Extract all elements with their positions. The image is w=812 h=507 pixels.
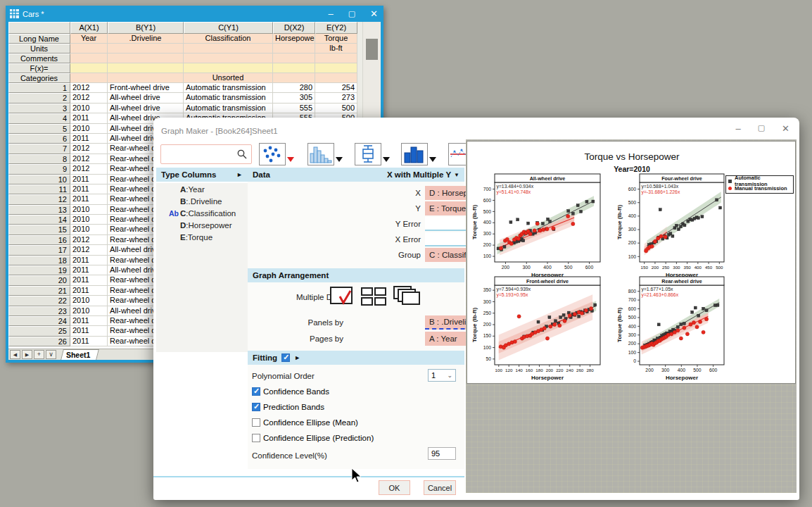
- fitting-expand-icon[interactable]: ►: [294, 354, 300, 361]
- row-number[interactable]: 21: [8, 286, 70, 296]
- cell-year[interactable]: 2010: [70, 225, 108, 234]
- polynomial-order-select[interactable]: 1 ⌄: [428, 369, 456, 382]
- checkbox-row[interactable]: Confidence Ellipse (Prediction): [252, 432, 374, 443]
- checkbox-unchecked[interactable]: [252, 434, 260, 442]
- cell-driveline[interactable]: Front-wheel drive: [108, 83, 184, 93]
- sheet-add-button[interactable]: +: [34, 350, 44, 359]
- column-header[interactable]: A(X1): [70, 22, 108, 34]
- header-cell[interactable]: [108, 63, 184, 73]
- sheet-nav-right-button[interactable]: ▶: [22, 350, 32, 359]
- scrollbar-thumb[interactable]: [366, 39, 378, 60]
- row-number[interactable]: 17: [8, 245, 70, 255]
- cell-torque[interactable]: 254: [315, 83, 357, 93]
- cell-horsepower[interactable]: 305: [273, 93, 315, 103]
- row-label[interactable]: Comments: [8, 54, 70, 63]
- row-number[interactable]: 3: [8, 104, 70, 113]
- graph-preview-page[interactable]: Torque vs HorsepowerYear=2010All-wheel d…: [467, 141, 796, 384]
- sheet-list-button[interactable]: ∨: [46, 350, 56, 359]
- sheet-nav-left-button[interactable]: ◀: [10, 350, 20, 359]
- cell-year[interactable]: 2010: [70, 205, 108, 215]
- cell-horsepower[interactable]: 280: [273, 83, 315, 93]
- column-list-item-D[interactable]: D:Horsepower: [156, 219, 248, 231]
- header-cell[interactable]: Unsorted: [184, 73, 273, 83]
- header-cell[interactable]: Year: [70, 34, 108, 44]
- header-cell[interactable]: [184, 63, 273, 73]
- cell-year[interactable]: 2010: [70, 296, 108, 306]
- header-cell[interactable]: lb-ft: [315, 44, 357, 54]
- header-cell[interactable]: [315, 73, 357, 83]
- box-plot-dropdown-caret[interactable]: [383, 157, 390, 162]
- cell-driveline[interactable]: All-wheel drive: [108, 104, 184, 113]
- cars-titlebar[interactable]: Cars * – ▢ ✕: [6, 6, 383, 22]
- type-columns-header[interactable]: Type Columns ►: [156, 168, 248, 182]
- column-chart-dropdown-caret[interactable]: [429, 157, 436, 162]
- column-chart-button[interactable]: [401, 143, 428, 165]
- header-cell[interactable]: [108, 54, 184, 63]
- cell-year[interactable]: 2012: [70, 245, 108, 255]
- checkbox-checked[interactable]: [252, 387, 260, 396]
- confidence-level-input[interactable]: 95: [428, 447, 456, 460]
- header-cell[interactable]: [70, 63, 108, 73]
- row-number[interactable]: 24: [8, 316, 70, 326]
- row-number[interactable]: 26: [8, 337, 70, 346]
- header-cell[interactable]: [315, 54, 357, 63]
- row-number[interactable]: 25: [8, 326, 70, 336]
- row-number[interactable]: 8: [8, 154, 70, 164]
- scatter-dropdown-caret[interactable]: [287, 157, 294, 162]
- header-cell[interactable]: [273, 44, 315, 54]
- plot-mode-dropdown[interactable]: X with Multiple Y ▼: [387, 170, 459, 179]
- cell-year[interactable]: 2012: [70, 164, 108, 174]
- column-list-item-A[interactable]: A:Year: [156, 183, 248, 195]
- histogram-button[interactable]: [307, 143, 334, 165]
- row-number[interactable]: 5: [8, 124, 70, 134]
- cell-year[interactable]: 2011: [70, 194, 108, 204]
- header-cell[interactable]: [273, 54, 315, 63]
- cell-year[interactable]: 2011: [70, 337, 108, 346]
- box-plot-button[interactable]: [355, 143, 381, 165]
- sheet-tab-sheet1[interactable]: Sheet1: [61, 349, 99, 360]
- cell-year[interactable]: 2011: [70, 113, 108, 123]
- checkbox-row[interactable]: Confidence Bands: [252, 386, 329, 396]
- dialog-maximize-button[interactable]: ▢: [758, 123, 765, 134]
- row-number[interactable]: 2: [8, 93, 70, 103]
- header-cell[interactable]: Horsepower: [273, 34, 315, 44]
- ok-button[interactable]: OK: [379, 480, 410, 495]
- cell-year[interactable]: 2011: [70, 326, 108, 336]
- histogram-dropdown-caret[interactable]: [336, 157, 343, 162]
- cell-horsepower[interactable]: 555: [273, 104, 315, 113]
- cell-torque[interactable]: 273: [315, 93, 357, 103]
- row-number[interactable]: 6: [8, 134, 70, 144]
- row-number[interactable]: 19: [8, 265, 70, 275]
- header-cell[interactable]: [108, 44, 184, 54]
- fitting-enabled-checkbox[interactable]: [281, 353, 290, 362]
- cars-close-button[interactable]: ✕: [370, 9, 378, 18]
- dialog-minimize-button[interactable]: –: [735, 123, 740, 134]
- header-cell[interactable]: .Driveline: [108, 34, 184, 44]
- header-cell[interactable]: [70, 44, 108, 54]
- row-number[interactable]: 12: [8, 194, 70, 204]
- row-label[interactable]: Categories: [8, 73, 70, 83]
- cell-year[interactable]: 2011: [70, 256, 108, 265]
- cell-driveline[interactable]: All-wheel drive: [108, 93, 184, 103]
- cars-minimize-button[interactable]: –: [328, 9, 333, 18]
- cell-year[interactable]: 2012: [70, 154, 108, 164]
- cell-year[interactable]: 2011: [70, 316, 108, 326]
- header-cell[interactable]: Classification: [184, 34, 273, 44]
- cell-year[interactable]: 2011: [70, 134, 108, 144]
- single-panel-icon[interactable]: [329, 285, 353, 306]
- header-cell[interactable]: [70, 73, 108, 83]
- column-header[interactable]: C(Y1): [184, 22, 273, 34]
- header-cell[interactable]: [108, 73, 184, 83]
- row-number[interactable]: 18: [8, 256, 70, 265]
- expand-arrow-icon[interactable]: ►: [236, 171, 243, 178]
- row-label[interactable]: F(x)=: [8, 63, 70, 73]
- column-header[interactable]: D(X2): [273, 22, 315, 34]
- checkbox-unchecked[interactable]: [252, 418, 260, 427]
- row-number[interactable]: 1: [8, 83, 70, 93]
- checkbox-checked[interactable]: [252, 403, 260, 411]
- cars-maximize-button[interactable]: ▢: [348, 10, 355, 18]
- row-number[interactable]: 7: [8, 144, 70, 154]
- cell-year[interactable]: 2012: [70, 235, 108, 245]
- header-cell[interactable]: [273, 63, 315, 73]
- row-label[interactable]: Units: [8, 44, 70, 54]
